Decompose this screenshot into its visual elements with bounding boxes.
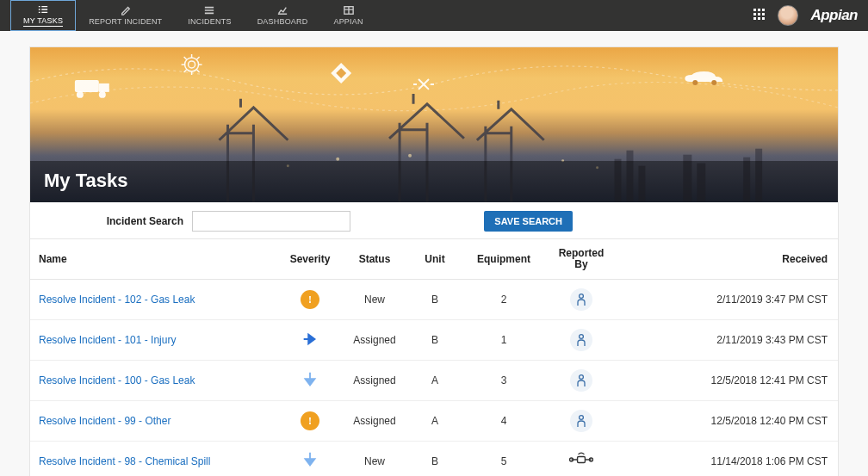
reported-by-sensor-icon [568,452,594,467]
severity-high-icon: ! [301,411,319,430]
tasks-table: Name Severity Status Unit Equipment Repo… [30,238,838,476]
reported-by-person-icon [570,410,592,432]
svg-point-32 [580,294,584,299]
equipment-cell: 3 [461,361,547,401]
task-link[interactable]: Resolve Incident - 99 - Other [39,415,170,427]
status-cell: Assigned [340,401,409,442]
window-icon [343,5,355,17]
severity-high-icon: ! [301,290,319,309]
equipment-cell: 4 [461,401,547,442]
col-unit[interactable]: Unit [409,239,461,280]
severity-down-arrow-icon [301,450,319,469]
nav-label: MY TASKS [23,16,63,27]
equipment-cell: 1 [461,320,547,361]
status-cell: Assigned [340,320,409,361]
list-icon [203,5,215,17]
svg-point-33 [580,335,584,339]
nav-item-dashboard[interactable]: DASHBOARD [245,0,321,31]
svg-point-19 [711,80,716,85]
reported-by-person-icon [570,329,592,351]
status-cell: New [340,442,409,476]
incident-search-input[interactable] [192,211,350,232]
svg-point-34 [580,375,584,380]
page-title: My Tasks [30,161,838,202]
table-row: Resolve Incident - 99 - Other!AssignedA4… [30,401,838,442]
col-status[interactable]: Status [340,239,409,280]
table-row: Resolve Incident - 98 - Chemical SpillNe… [30,442,838,476]
reported-by-person-icon [570,288,592,311]
task-link[interactable]: Resolve Incident - 98 - Chemical Spill [39,455,210,467]
received-cell: 12/5/2018 12:40 PM CST [616,401,838,442]
svg-point-35 [580,416,584,420]
user-avatar[interactable] [778,5,798,26]
brand-logo[interactable]: Appian [810,7,858,24]
col-severity[interactable]: Severity [280,239,340,280]
task-link[interactable]: Resolve Incident - 100 - Gas Leak [39,374,195,386]
received-cell: 11/14/2018 1:06 PM CST [616,442,838,476]
nav-label: APPIAN [333,17,363,26]
chart-icon [276,5,288,17]
col-name[interactable]: Name [30,239,280,280]
col-equipment[interactable]: Equipment [461,239,547,280]
svg-rect-9 [762,17,765,20]
svg-point-15 [189,61,195,68]
svg-point-13 [99,91,106,98]
unit-cell: A [409,361,461,401]
col-reported-by[interactable]: Reported By [547,239,616,280]
table-row: Resolve Incident - 100 - Gas LeakAssigne… [30,361,838,401]
svg-rect-11 [99,83,109,92]
nav-label: DASHBOARD [257,17,308,26]
svg-rect-2 [758,9,760,11]
severity-down-arrow-icon [301,370,319,389]
received-cell: 12/5/2018 12:41 PM CST [616,361,838,401]
table-row: Resolve Incident - 102 - Gas Leak!NewB22… [30,280,838,320]
svg-rect-4 [753,13,756,15]
task-link[interactable]: Resolve Incident - 102 - Gas Leak [39,294,195,306]
list-check-icon [37,4,49,16]
status-cell: New [340,280,409,320]
table-row: Resolve Incident - 101 - InjuryAssignedB… [30,320,838,361]
received-cell: 2/11/2019 3:43 PM CST [616,320,838,361]
nav-item-incidents[interactable]: INCIDENTS [175,0,244,31]
unit-cell: B [409,442,461,476]
svg-rect-1 [753,9,756,11]
reported-by-person-icon [570,369,592,392]
svg-rect-3 [762,9,765,11]
unit-cell: B [409,320,461,361]
save-search-button[interactable]: SAVE SEARCH [484,211,573,232]
svg-rect-8 [758,17,760,20]
task-link[interactable]: Resolve Incident - 101 - Injury [39,334,176,346]
svg-point-18 [692,80,698,85]
search-row: Incident Search SAVE SEARCH [30,202,838,238]
nav-label: INCIDENTS [188,17,231,26]
equipment-cell: 5 [461,442,547,476]
svg-rect-5 [758,13,760,15]
severity-right-arrow-icon [301,330,319,349]
status-cell: Assigned [340,361,409,401]
svg-rect-6 [762,13,765,15]
svg-rect-10 [75,80,99,92]
col-received[interactable]: Received [616,239,838,280]
unit-cell: B [409,280,461,320]
svg-point-28 [408,154,412,158]
svg-rect-7 [753,17,756,20]
search-label: Incident Search [46,215,183,227]
nav-item-my-tasks[interactable]: MY TASKS [10,0,76,31]
nav-item-report-incident[interactable]: REPORT INCIDENT [76,0,175,31]
nav-item-appian[interactable]: APPIAN [320,0,375,31]
nav-label: REPORT INCIDENT [89,17,162,26]
top-nav: MY TASKSREPORT INCIDENTINCIDENTSDASHBOAR… [0,0,868,31]
received-cell: 2/11/2019 3:47 PM CST [616,280,838,320]
svg-point-14 [185,58,199,71]
equipment-cell: 2 [461,280,547,320]
page-card: My Tasks Incident Search SAVE SEARCH Nam… [29,46,839,476]
svg-point-12 [77,91,84,98]
unit-cell: A [409,401,461,442]
pencil-icon [120,5,132,17]
app-grid-icon[interactable] [753,9,766,23]
svg-rect-38 [578,457,586,463]
hero-banner: My Tasks [30,47,838,202]
